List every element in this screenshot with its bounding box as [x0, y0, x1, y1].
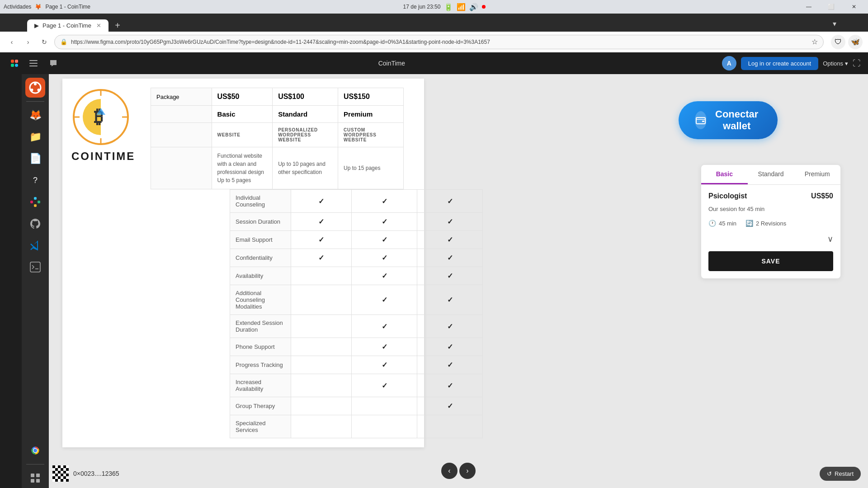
duration-label: 45 min	[719, 220, 736, 227]
tab-favicon: ▶	[34, 22, 39, 29]
feature-basic-cell	[291, 267, 352, 285]
new-tab-button[interactable]: +	[110, 19, 125, 32]
feature-row: Availability✓✓	[230, 267, 483, 285]
feature-standard-cell: ✓	[352, 315, 417, 338]
user-avatar: A	[722, 56, 736, 70]
refresh-button[interactable]: ↻	[38, 36, 51, 48]
address-text: https://www.figma.com/proto/10yG65PgmJ3o…	[71, 39, 808, 45]
figma-canvas: 🦊 📁 📄 ?	[22, 74, 868, 488]
feature-premium-cell: ✓	[417, 315, 483, 338]
logo-text: COINTIME	[71, 150, 135, 163]
wallet-icon	[695, 111, 707, 129]
os-icon-terminal[interactable]	[25, 257, 45, 277]
feature-name: Session Duration	[230, 213, 291, 231]
next-arrow-button[interactable]: ›	[459, 463, 476, 479]
wallet-address-container: 0×0023....12365	[52, 465, 119, 482]
revisions-feature: 🔄 2 Revisions	[745, 220, 786, 227]
feature-name: Confidentiality	[230, 249, 291, 267]
svg-rect-43	[66, 474, 69, 476]
expand-button[interactable]: ∨	[827, 234, 833, 244]
feature-standard-cell: ✓	[352, 285, 417, 315]
prev-arrow-button[interactable]: ‹	[441, 463, 458, 479]
feature-basic-cell: ✓	[291, 190, 352, 213]
page-background: ₿ COINTIME Package US$50 US$100	[49, 74, 868, 488]
svg-point-8	[34, 83, 37, 85]
feature-premium-cell: ✓	[417, 249, 483, 267]
basic-desc: Functional website with a clean and prof…	[212, 147, 273, 189]
fullscreen-button[interactable]: ⛶	[853, 59, 861, 68]
tab-close-button[interactable]: ✕	[96, 22, 101, 29]
svg-rect-37	[66, 468, 69, 471]
feature-premium-cell: ✓	[417, 356, 483, 374]
pricing-card: Basic Standard Premium Psicologist US$50…	[701, 164, 841, 279]
col-basic-price: US$50	[212, 88, 273, 106]
os-icon-vscode[interactable]	[25, 235, 45, 255]
os-icon-ubuntu[interactable]	[25, 78, 45, 98]
premium-tier: Premium	[338, 106, 404, 123]
tab-dropdown-button[interactable]: ▾	[828, 17, 841, 30]
premium-type: CUSTOM WORDPRESS WEBSITE	[338, 123, 404, 147]
feature-standard-cell: ✓	[352, 213, 417, 231]
comment-button[interactable]	[45, 55, 61, 71]
feature-standard-cell: ✓	[352, 249, 417, 267]
os-icon-chrome[interactable]	[25, 441, 45, 460]
feature-premium-cell: ✓	[417, 190, 483, 213]
feature-standard-cell	[352, 397, 417, 415]
svg-rect-30	[702, 121, 704, 122]
extension-icon-2[interactable]: 🦋	[848, 35, 863, 49]
restart-button[interactable]: ↺ Restart	[820, 467, 861, 481]
svg-rect-48	[61, 479, 63, 482]
options-button[interactable]: Options ▾	[823, 60, 848, 67]
close-button[interactable]: ✕	[844, 0, 864, 14]
forward-button[interactable]: ›	[22, 36, 34, 48]
extension-icon-1[interactable]: 🛡	[831, 35, 845, 49]
description-row: Functional website with a clean and prof…	[151, 147, 404, 189]
svg-rect-11	[30, 201, 33, 203]
feature-standard-cell: ✓	[352, 338, 417, 356]
tab-premium[interactable]: Premium	[794, 165, 840, 184]
os-icon-help[interactable]: ?	[25, 170, 45, 190]
feature-premium-cell: ✓	[417, 285, 483, 315]
minimize-button[interactable]: —	[798, 0, 819, 14]
feature-standard-cell: ✓	[352, 190, 417, 213]
bookmark-icon[interactable]: ☆	[811, 38, 818, 46]
connect-wallet-button[interactable]: Conectar wallet	[679, 101, 778, 139]
activities-label[interactable]: Actividades	[4, 4, 31, 10]
address-bar[interactable]: 🔒 https://www.figma.com/proto/10yG65PgmJ…	[54, 35, 824, 49]
os-icon-text[interactable]: 📄	[25, 149, 45, 169]
svg-rect-1	[15, 60, 18, 63]
feature-name: Progress Tracking	[230, 356, 291, 374]
os-icon-apps[interactable]	[25, 468, 45, 488]
feature-basic-cell: ✓	[291, 231, 352, 249]
back-button[interactable]: ‹	[5, 36, 18, 48]
svg-rect-2	[11, 64, 14, 67]
feature-premium-cell: ✓	[417, 374, 483, 397]
save-button[interactable]: SAVE	[708, 251, 833, 271]
basic-tier: Basic	[212, 106, 273, 123]
sidebar-toggle-button[interactable]	[25, 55, 42, 71]
figma-menu-icon[interactable]	[7, 56, 22, 70]
card-title-row: Psicologist US$50	[708, 192, 833, 200]
feature-row: Progress Tracking✓✓	[230, 356, 483, 374]
feature-basic-cell	[291, 356, 352, 374]
feature-name: Individual Counseling	[230, 190, 291, 213]
os-icon-github[interactable]	[25, 214, 45, 234]
login-button[interactable]: Log in or create account	[741, 57, 818, 70]
sidebar-divider-2	[26, 464, 44, 465]
card-price: US$50	[811, 192, 833, 200]
os-icon-folder[interactable]: 📁	[25, 127, 45, 147]
maximize-button[interactable]: ⬜	[821, 0, 842, 14]
feature-standard-cell: ✓	[352, 231, 417, 249]
tab-standard[interactable]: Standard	[748, 165, 794, 184]
feature-row: Email Support✓✓✓	[230, 231, 483, 249]
title-bar: Actividades 🦊 Page 1 - CoinTime 17 de ju…	[0, 0, 868, 14]
connect-wallet-label: Conectar wallet	[712, 108, 761, 132]
os-icon-slack[interactable]	[25, 192, 45, 212]
feature-name: Email Support	[230, 231, 291, 249]
svg-rect-49	[66, 479, 69, 482]
os-icon-firefox[interactable]: 🦊	[25, 105, 45, 125]
sound-icon: 🔊	[469, 3, 478, 11]
time-display: 17 de jun 23:50	[403, 4, 441, 10]
tab-basic[interactable]: Basic	[701, 165, 748, 184]
active-browser-tab[interactable]: ▶ Page 1 - CoinTime ✕	[27, 19, 108, 32]
